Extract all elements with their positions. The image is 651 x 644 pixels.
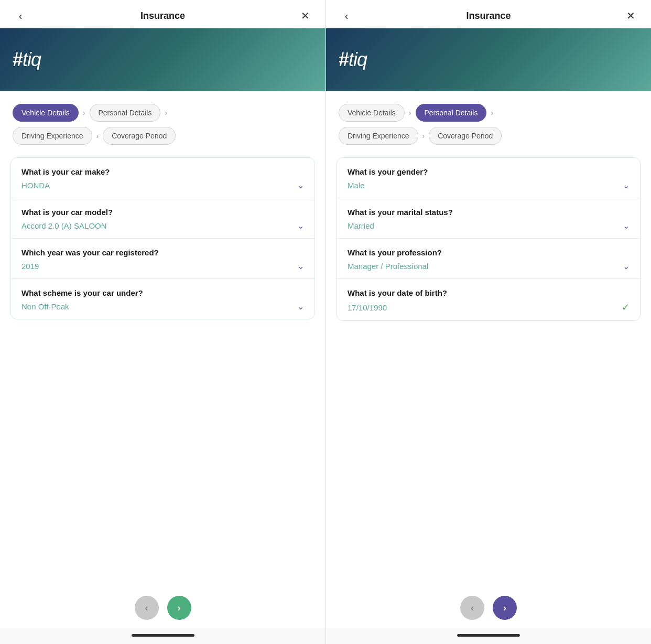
- form-question-label: What is your gender?: [348, 167, 630, 176]
- steps-container: Vehicle Details›Personal Details›Driving…: [326, 91, 651, 151]
- form-question-label: What is your car model?: [21, 208, 304, 217]
- form-selected-value: HONDA: [21, 181, 50, 190]
- chevron-icon: ›: [409, 109, 411, 117]
- bottom-bar: [326, 628, 651, 644]
- form-selected-value: Accord 2.0 (A) SALOON: [21, 221, 107, 230]
- form-item-1[interactable]: What is your marital status?Married⌄: [337, 198, 640, 239]
- steps-row-1: Vehicle Details›Personal Details›: [339, 104, 638, 122]
- next-button[interactable]: ›: [493, 596, 517, 620]
- form-question-label: Which year was your car registered?: [21, 248, 304, 257]
- chevron-down-icon: ⌄: [623, 261, 630, 271]
- chevron-icon: ›: [83, 109, 85, 117]
- screen-2: ‹Insurance✕#tiqVehicle Details›Personal …: [326, 0, 651, 644]
- header-banner: #tiq: [0, 28, 326, 91]
- form-question-label: What is your date of birth?: [348, 288, 630, 297]
- next-button[interactable]: ›: [167, 596, 191, 620]
- form-question-label: What is your marital status?: [348, 208, 630, 217]
- check-icon: ✓: [622, 302, 630, 313]
- back-button[interactable]: ‹: [339, 10, 354, 22]
- bottom-bar: [0, 628, 326, 644]
- form-selected-value: 2019: [21, 262, 39, 271]
- form-item-0[interactable]: What is your gender?Male⌄: [337, 158, 640, 198]
- chevron-down-icon: ⌄: [297, 221, 304, 231]
- form-value-row: 17/10/1990✓: [348, 302, 630, 313]
- step-coverage-period[interactable]: Coverage Period: [429, 127, 502, 145]
- chevron-icon: ›: [165, 109, 167, 117]
- form-item-3[interactable]: What scheme is your car under?Non Off-Pe…: [11, 279, 314, 319]
- prev-button[interactable]: ‹: [135, 596, 159, 620]
- page-title: Insurance: [28, 10, 297, 22]
- form-value-row: Non Off-Peak⌄: [21, 302, 304, 312]
- step-coverage-period[interactable]: Coverage Period: [103, 127, 176, 145]
- form-selected-value: Non Off-Peak: [21, 302, 69, 311]
- form-item-1[interactable]: What is your car model?Accord 2.0 (A) SA…: [11, 198, 314, 239]
- form-card: What is your gender?Male⌄What is your ma…: [337, 157, 641, 321]
- chevron-icon: ›: [422, 132, 425, 140]
- form-selected-value: Male: [348, 181, 365, 190]
- step-driving-experience[interactable]: Driving Experience: [13, 127, 92, 145]
- home-indicator: [457, 634, 520, 637]
- form-value-row: Married⌄: [348, 221, 630, 231]
- form-card: What is your car make?HONDA⌄What is your…: [10, 157, 315, 319]
- header-banner: #tiq: [326, 28, 651, 91]
- steps-row-2: Driving Experience›Coverage Period: [13, 127, 313, 145]
- form-value-row: Manager / Professional⌄: [348, 261, 630, 271]
- step-vehicle-details[interactable]: Vehicle Details: [13, 104, 79, 122]
- back-button[interactable]: ‹: [13, 10, 28, 22]
- home-indicator: [132, 634, 194, 637]
- step-driving-experience[interactable]: Driving Experience: [339, 127, 418, 145]
- form-question-label: What is your car make?: [21, 167, 304, 176]
- logo: #tiq: [13, 49, 41, 71]
- form-value-row: Accord 2.0 (A) SALOON⌄: [21, 221, 304, 231]
- nav-buttons: ‹›: [326, 583, 651, 628]
- form-question-label: What scheme is your car under?: [21, 288, 304, 297]
- chevron-down-icon: ⌄: [297, 302, 304, 312]
- form-selected-value: Manager / Professional: [348, 262, 428, 271]
- screens-container: ‹Insurance✕#tiqVehicle Details›Personal …: [0, 0, 651, 644]
- close-button[interactable]: ✕: [623, 9, 638, 22]
- step-vehicle-details[interactable]: Vehicle Details: [339, 104, 405, 122]
- step-personal-details[interactable]: Personal Details: [90, 104, 161, 122]
- form-item-2[interactable]: What is your profession?Manager / Profes…: [337, 239, 640, 279]
- chevron-down-icon: ⌄: [297, 180, 304, 190]
- steps-row-1: Vehicle Details›Personal Details›: [13, 104, 313, 122]
- close-button[interactable]: ✕: [297, 9, 313, 22]
- logo: #tiq: [339, 49, 367, 71]
- screen-1: ‹Insurance✕#tiqVehicle Details›Personal …: [0, 0, 326, 644]
- chevron-icon: ›: [96, 132, 99, 140]
- form-item-0[interactable]: What is your car make?HONDA⌄: [11, 158, 314, 198]
- steps-container: Vehicle Details›Personal Details›Driving…: [0, 91, 326, 151]
- form-item-3[interactable]: What is your date of birth?17/10/1990✓: [337, 279, 640, 320]
- form-selected-value: 17/10/1990: [348, 303, 387, 312]
- steps-row-2: Driving Experience›Coverage Period: [339, 127, 638, 145]
- chevron-down-icon: ⌄: [623, 221, 630, 231]
- chevron-icon: ›: [491, 109, 493, 117]
- chevron-down-icon: ⌄: [623, 180, 630, 190]
- form-value-row: Male⌄: [348, 180, 630, 190]
- step-personal-details[interactable]: Personal Details: [416, 104, 487, 122]
- form-item-2[interactable]: Which year was your car registered?2019⌄: [11, 239, 314, 279]
- form-question-label: What is your profession?: [348, 248, 630, 257]
- form-selected-value: Married: [348, 221, 374, 230]
- page-title: Insurance: [354, 10, 623, 22]
- top-bar: ‹Insurance✕: [0, 0, 326, 28]
- form-value-row: HONDA⌄: [21, 180, 304, 190]
- prev-button[interactable]: ‹: [460, 596, 484, 620]
- top-bar: ‹Insurance✕: [326, 0, 651, 28]
- nav-buttons: ‹›: [0, 583, 326, 628]
- form-value-row: 2019⌄: [21, 261, 304, 271]
- chevron-down-icon: ⌄: [297, 261, 304, 271]
